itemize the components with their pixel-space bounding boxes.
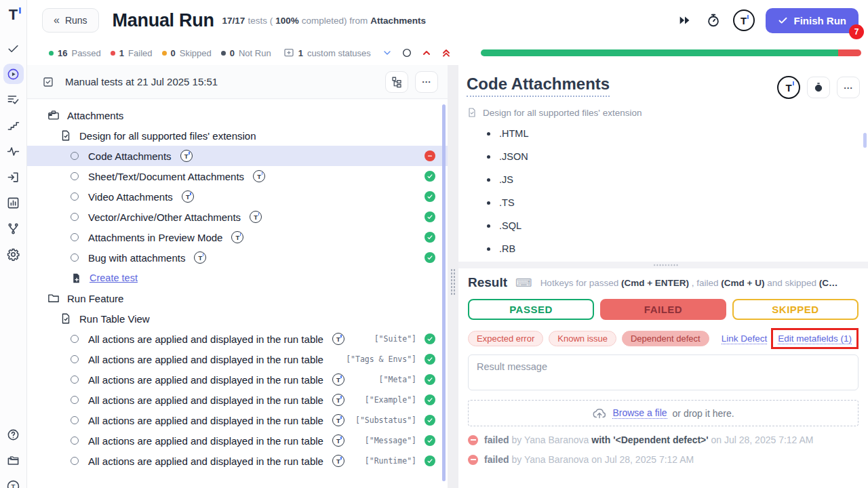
branch-icon[interactable] bbox=[3, 218, 24, 239]
status-filter-icons bbox=[382, 47, 471, 58]
extension-item: .JS bbox=[499, 168, 860, 191]
sign-in-icon[interactable] bbox=[3, 167, 24, 187]
t-logo-icon: T bbox=[182, 190, 194, 203]
test-status-ring-icon bbox=[71, 457, 79, 465]
rail-bottom-icons: T bbox=[3, 424, 24, 488]
app-logo-icon: T bbox=[9, 5, 18, 24]
chevrons-left-icon: « bbox=[54, 14, 60, 26]
test-status-ring-icon bbox=[71, 436, 79, 445]
doc-check-icon bbox=[467, 107, 477, 118]
run-play-icon[interactable] bbox=[3, 64, 24, 84]
history-text: failed by Yana Baranova on Jul 28, 2025 … bbox=[484, 454, 694, 465]
timer-icon[interactable] bbox=[705, 12, 722, 29]
activity-icon[interactable] bbox=[3, 141, 24, 161]
passed-badge-icon bbox=[425, 211, 435, 222]
gear-icon[interactable] bbox=[3, 244, 24, 264]
failed-button[interactable]: FAILED bbox=[600, 299, 726, 320]
skipped-button[interactable]: SKIPPED bbox=[732, 299, 859, 320]
tree-doc-row[interactable]: Run Table View bbox=[27, 308, 448, 329]
tree-doc-row[interactable]: Design for all supported files' extensio… bbox=[27, 125, 448, 146]
extension-list: .HTML.JSON.JS.TS.SQL.RB.PY bbox=[467, 122, 860, 262]
create-test-link[interactable]: Create test bbox=[90, 272, 138, 283]
circle-icon[interactable] bbox=[401, 47, 412, 58]
tree-view-button[interactable] bbox=[385, 71, 408, 93]
result-drag-handle[interactable] bbox=[653, 264, 679, 267]
tag-pill-dependent-defect[interactable]: Dependent defect bbox=[622, 331, 709, 346]
tree-test-row[interactable]: All actions are applied and displayed in… bbox=[27, 430, 448, 451]
status-count-failed: 1Failed bbox=[111, 48, 153, 58]
tree-scrollbar[interactable] bbox=[442, 104, 446, 481]
t-logo-icon: T bbox=[332, 373, 344, 386]
passed-badge-icon bbox=[425, 252, 435, 263]
tree-more-button[interactable]: ··· bbox=[415, 71, 438, 93]
detail-scrollbar[interactable] bbox=[863, 133, 867, 148]
chevron-up-icon[interactable] bbox=[421, 47, 432, 58]
test-title[interactable]: Code Attachments bbox=[467, 75, 610, 97]
tree-test-row[interactable]: All actions are applied and displayed in… bbox=[27, 349, 448, 369]
panel-divider[interactable] bbox=[448, 65, 458, 488]
bar-chart-icon[interactable] bbox=[3, 192, 24, 213]
t-logo-icon[interactable]: T bbox=[733, 9, 755, 31]
tree-test-row[interactable]: Bug with attachmentsT bbox=[27, 247, 448, 268]
extension-item: .SQL bbox=[499, 214, 860, 237]
edit-metafields-link[interactable]: Edit metafields (1) bbox=[778, 333, 852, 344]
tree-test-row[interactable]: All actions are applied and displayed in… bbox=[27, 369, 448, 390]
result-message-input[interactable] bbox=[468, 354, 859, 390]
test-label: All actions are applied and displayed in… bbox=[88, 333, 323, 345]
test-timer-button[interactable] bbox=[807, 77, 830, 98]
finish-run-button[interactable]: Finish Run 7 bbox=[766, 8, 859, 33]
browse-file-link[interactable]: Browse a file bbox=[612, 407, 667, 419]
notification-badge: 7 bbox=[849, 24, 864, 39]
chevrons-up-icon[interactable] bbox=[441, 47, 452, 58]
tree-test-row[interactable]: All actions are applied and displayed in… bbox=[27, 410, 448, 430]
list-check-icon[interactable] bbox=[3, 89, 24, 110]
tree-test-row[interactable]: Vector/Archive/Other AttachmentsT bbox=[27, 207, 448, 227]
t-logo-icon: T bbox=[332, 434, 344, 447]
divider-drag-handle[interactable] bbox=[450, 268, 456, 296]
tag-pill-known-issue[interactable]: Known issue bbox=[549, 331, 616, 346]
help-icon[interactable] bbox=[3, 424, 24, 445]
history-entry: failed by Yana Baranova on Jul 28, 2025 … bbox=[468, 454, 859, 465]
tag-pill-expected-error[interactable]: Expected error bbox=[468, 331, 543, 346]
tree-suite-row[interactable]: Run Feature bbox=[27, 288, 448, 308]
t-logo-icon: T bbox=[180, 150, 193, 162]
more-icon: ··· bbox=[422, 77, 431, 87]
tree-test-row[interactable]: All actions are applied and displayed in… bbox=[27, 451, 448, 471]
tree-test-row[interactable]: Video AttachmentsT bbox=[27, 186, 448, 207]
test-label: All actions are applied and displayed in… bbox=[88, 415, 323, 426]
tree-test-row[interactable]: Sheet/Text/Document AttachmentsT bbox=[27, 166, 448, 186]
tree-suite-row[interactable]: Attachments bbox=[27, 105, 448, 125]
test-status-ring-icon bbox=[71, 192, 79, 201]
back-to-runs-button[interactable]: « Runs bbox=[42, 8, 99, 33]
chevron-down-icon[interactable] bbox=[382, 47, 393, 58]
tree-test-row[interactable]: All actions are applied and displayed in… bbox=[27, 329, 448, 349]
t-logo-icon: T bbox=[250, 211, 262, 223]
logo-circle-icon[interactable]: T bbox=[3, 476, 24, 488]
test-status-ring-icon bbox=[71, 396, 79, 404]
passed-button[interactable]: PASSED bbox=[468, 299, 594, 320]
tree-test-row[interactable]: Attachments in Preview ModeT bbox=[27, 227, 448, 247]
create-test-row[interactable]: Create test bbox=[27, 268, 448, 288]
test-tag: ["Suite"] bbox=[374, 334, 416, 344]
bookmark-icon[interactable] bbox=[460, 47, 471, 58]
failed-minus-icon bbox=[468, 435, 478, 445]
steps-icon[interactable] bbox=[3, 115, 24, 136]
status-dot-icon bbox=[111, 51, 115, 56]
suite-label: Attachments bbox=[67, 110, 123, 121]
test-status-ring-icon bbox=[71, 355, 79, 363]
folders-icon[interactable] bbox=[3, 450, 24, 470]
test-more-button[interactable]: ··· bbox=[837, 77, 860, 98]
test-status-ring-icon bbox=[71, 213, 79, 221]
file-drop-zone[interactable]: Browse a file or drop it here. bbox=[468, 400, 859, 426]
link-defect-link[interactable]: Link Defect bbox=[722, 333, 768, 344]
result-tags-row: Expected errorKnown issueDependent defec… bbox=[468, 328, 859, 349]
tree-test-row[interactable]: Code AttachmentsT bbox=[27, 146, 448, 166]
finish-run-label: Finish Run bbox=[794, 15, 847, 26]
result-divider[interactable] bbox=[458, 262, 868, 268]
fast-forward-icon[interactable] bbox=[676, 12, 694, 29]
check-icon[interactable] bbox=[3, 38, 24, 58]
tree-test-row[interactable]: All actions are applied and displayed in… bbox=[27, 390, 448, 410]
suite-label: Run Feature bbox=[67, 293, 123, 304]
result-heading: Result bbox=[468, 275, 507, 290]
t-logo-icon[interactable]: T bbox=[777, 76, 800, 99]
